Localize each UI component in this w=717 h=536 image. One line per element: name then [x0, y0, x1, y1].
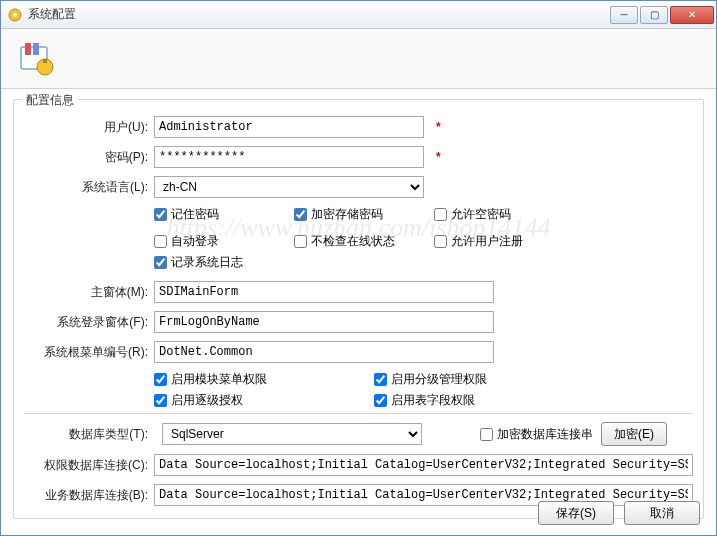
encryptstore-label: 加密存储密码	[311, 206, 383, 223]
permdb-input[interactable]	[154, 454, 693, 476]
dbtype-select[interactable]: SqlServer	[162, 423, 422, 445]
required-mark: *	[436, 150, 441, 164]
encryptconn-checkbox[interactable]	[480, 428, 493, 441]
logsystem-checkbox[interactable]	[154, 256, 167, 269]
autologin-checkbox[interactable]	[154, 235, 167, 248]
loginform-input[interactable]	[154, 311, 494, 333]
window-title: 系统配置	[28, 6, 610, 23]
cancel-button[interactable]: 取消	[624, 501, 700, 525]
header	[1, 29, 716, 89]
svg-rect-4	[33, 43, 39, 55]
config-group: 配置信息 用户(U): * 密码(P): * 系统语言(L): zh-CN 记住…	[13, 99, 704, 519]
app-icon	[7, 7, 23, 23]
loginform-label: 系统登录窗体(F):	[24, 314, 154, 331]
close-button[interactable]: ✕	[670, 6, 714, 24]
rootmenu-label: 系统根菜单编号(R):	[24, 344, 154, 361]
mainform-label: 主窗体(M):	[24, 284, 154, 301]
save-button[interactable]: 保存(S)	[538, 501, 614, 525]
permdb-label: 权限数据库连接(C):	[24, 457, 154, 474]
nocheckonline-checkbox[interactable]	[294, 235, 307, 248]
autologin-label: 自动登录	[171, 233, 219, 250]
svg-rect-3	[25, 43, 31, 55]
modmenu-label: 启用模块菜单权限	[171, 371, 267, 388]
encrypt-button[interactable]: 加密(E)	[601, 422, 667, 446]
cascade-label: 启用逐级授权	[171, 392, 243, 409]
remember-label: 记住密码	[171, 206, 219, 223]
grading-checkbox[interactable]	[374, 373, 387, 386]
modmenu-checkbox[interactable]	[154, 373, 167, 386]
group-title: 配置信息	[22, 92, 78, 109]
svg-point-1	[13, 13, 17, 17]
dbtype-label: 数据库类型(T):	[24, 426, 154, 443]
required-mark: *	[436, 120, 441, 134]
svg-rect-6	[43, 59, 47, 63]
divider	[24, 413, 693, 414]
password-input[interactable]	[154, 146, 424, 168]
encryptstore-checkbox[interactable]	[294, 208, 307, 221]
cascade-checkbox[interactable]	[154, 394, 167, 407]
tablefield-checkbox[interactable]	[374, 394, 387, 407]
language-label: 系统语言(L):	[24, 179, 154, 196]
allowempty-label: 允许空密码	[451, 206, 511, 223]
remember-checkbox[interactable]	[154, 208, 167, 221]
allowregister-checkbox[interactable]	[434, 235, 447, 248]
maximize-button[interactable]: ▢	[640, 6, 668, 24]
titlebar: 系统配置 ─ ▢ ✕	[1, 1, 716, 29]
logsystem-label: 记录系统日志	[171, 254, 243, 271]
user-input[interactable]	[154, 116, 424, 138]
tablefield-label: 启用表字段权限	[391, 392, 475, 409]
allowempty-checkbox[interactable]	[434, 208, 447, 221]
bizdb-label: 业务数据库连接(B):	[24, 487, 154, 504]
nocheckonline-label: 不检查在线状态	[311, 233, 395, 250]
encryptconn-label: 加密数据库连接串	[497, 426, 593, 443]
password-label: 密码(P):	[24, 149, 154, 166]
allowregister-label: 允许用户注册	[451, 233, 523, 250]
config-icon	[15, 37, 59, 81]
rootmenu-input[interactable]	[154, 341, 494, 363]
language-select[interactable]: zh-CN	[154, 176, 424, 198]
grading-label: 启用分级管理权限	[391, 371, 487, 388]
minimize-button[interactable]: ─	[610, 6, 638, 24]
user-label: 用户(U):	[24, 119, 154, 136]
mainform-input[interactable]	[154, 281, 494, 303]
